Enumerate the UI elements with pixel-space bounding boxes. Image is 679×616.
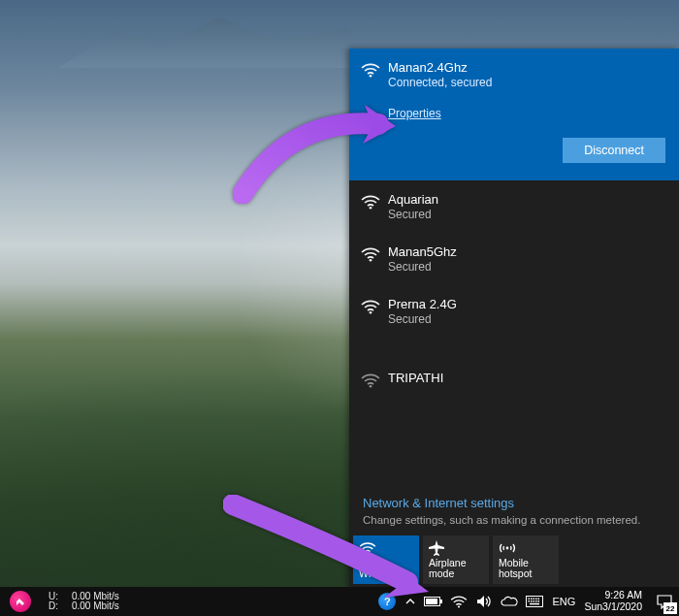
svg-rect-9 <box>426 599 437 604</box>
pinned-app-icon[interactable] <box>6 590 35 613</box>
network-ssid: Prerna 2.4G <box>388 297 665 311</box>
tile-airplane[interactable]: Airplane mode <box>423 535 489 584</box>
svg-rect-15 <box>535 599 537 600</box>
svg-rect-22 <box>530 603 539 605</box>
taskbar: U: 0.00 Mbit/sD: 0.00 Mbit/s ? ENG 9:26 <box>0 587 679 616</box>
wifi-open-icon <box>361 371 388 388</box>
svg-point-1 <box>370 207 372 210</box>
disconnect-button[interactable]: Disconnect <box>563 138 665 163</box>
airplane-icon <box>429 540 483 556</box>
network-item[interactable]: Manan5Ghz Secured <box>349 233 679 285</box>
network-flyout: Manan2.4Ghz Connected, secured Propertie… <box>349 49 679 588</box>
properties-link[interactable]: Properties <box>388 107 441 120</box>
battery-icon[interactable] <box>421 587 446 616</box>
network-ssid: TRIPATHI <box>388 371 665 385</box>
svg-rect-21 <box>538 600 540 602</box>
ime-label: ENG <box>553 596 576 607</box>
network-settings-link[interactable]: Network & Internet settings <box>349 488 679 514</box>
flyout-footer: Network & Internet settings Change setti… <box>349 488 679 588</box>
svg-rect-19 <box>534 600 535 602</box>
svg-rect-12 <box>529 599 531 600</box>
ime-indicator[interactable]: ENG <box>547 587 580 616</box>
wifi-secured-icon <box>361 244 388 274</box>
svg-rect-16 <box>538 599 540 600</box>
network-settings-desc: Change settings, such as making a connec… <box>349 514 679 535</box>
tile-label: Wi-Fi <box>359 568 413 580</box>
svg-point-6 <box>506 547 509 550</box>
svg-rect-14 <box>534 599 535 600</box>
network-ssid: Manan2.4Ghz <box>388 60 665 75</box>
network-ssid: Manan5Ghz <box>388 244 665 259</box>
keyboard-icon[interactable] <box>522 587 547 616</box>
svg-rect-8 <box>440 600 442 603</box>
network-status: Secured <box>388 260 665 274</box>
tile-label: Airplane mode <box>429 558 483 580</box>
volume-icon[interactable] <box>471 587 497 616</box>
svg-rect-13 <box>531 599 533 600</box>
svg-point-10 <box>458 605 460 607</box>
tray-overflow-chevron-icon[interactable] <box>400 587 421 616</box>
network-item[interactable]: Prerna 2.4G Secured <box>349 285 679 338</box>
onedrive-icon[interactable] <box>497 587 522 616</box>
svg-rect-18 <box>531 600 533 602</box>
svg-rect-20 <box>535 600 537 602</box>
network-ssid: Aquarian <box>388 192 665 207</box>
wifi-icon <box>361 60 388 163</box>
svg-point-3 <box>370 311 372 314</box>
tile-label: Mobile hotspot <box>499 558 553 580</box>
wifi-secured-icon <box>361 192 388 221</box>
svg-rect-17 <box>529 600 531 602</box>
svg-point-0 <box>370 75 372 78</box>
action-center-icon[interactable]: 22 <box>650 587 679 616</box>
taskbar-clock[interactable]: 9:26 AM Sun3/1/2020 <box>580 590 650 612</box>
quick-tiles: Wi-Fi Airplane mode Mobile hotspot <box>349 535 679 588</box>
wifi-tray-icon[interactable] <box>446 587 471 616</box>
network-item-connected[interactable]: Manan2.4Ghz Connected, secured Propertie… <box>349 49 679 180</box>
tile-wifi[interactable]: Wi-Fi <box>353 535 419 584</box>
network-monitor: U: 0.00 Mbit/sD: 0.00 Mbit/s <box>48 592 119 612</box>
clock-date: Sun3/1/2020 <box>584 601 642 613</box>
network-item[interactable]: Aquarian Secured <box>349 180 679 233</box>
network-status: Connected, secured <box>388 76 665 89</box>
svg-point-4 <box>370 385 372 388</box>
wifi-secured-icon <box>361 297 388 326</box>
svg-point-2 <box>370 259 372 262</box>
tile-hotspot[interactable]: Mobile hotspot <box>493 535 559 584</box>
hotspot-icon <box>499 540 553 556</box>
network-status: Secured <box>388 208 665 221</box>
network-list: Manan2.4Ghz Connected, secured Propertie… <box>349 49 679 488</box>
network-status: Secured <box>388 312 665 326</box>
wifi-icon <box>359 540 413 556</box>
svg-point-5 <box>367 552 369 554</box>
action-center-badge: 22 <box>663 602 677 614</box>
network-item[interactable]: TRIPATHI <box>349 365 679 394</box>
help-icon[interactable]: ? <box>374 587 400 616</box>
